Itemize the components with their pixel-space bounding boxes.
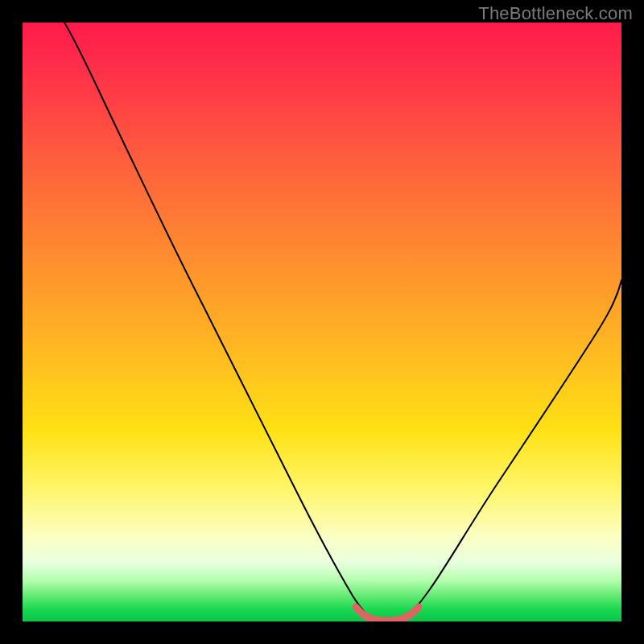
curve-layer bbox=[23, 23, 621, 621]
curve-left-branch bbox=[64, 23, 376, 621]
valley-highlight bbox=[356, 607, 419, 621]
curve-right-branch bbox=[400, 280, 621, 621]
chart-frame: TheBottleneck.com bbox=[0, 0, 644, 644]
plot-area bbox=[23, 23, 621, 621]
watermark-label: TheBottleneck.com bbox=[478, 3, 633, 24]
